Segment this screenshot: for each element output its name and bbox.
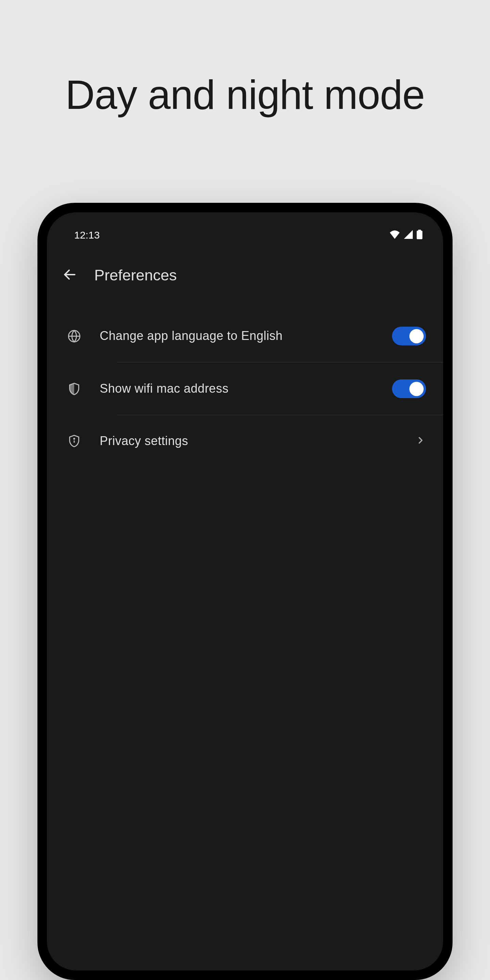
signal-icon: [404, 230, 413, 240]
toggle-mac[interactable]: [392, 379, 426, 398]
setting-label: Show wifi mac address: [100, 380, 373, 398]
setting-row-language[interactable]: Change app language to English: [47, 310, 443, 363]
shield-icon: [67, 382, 81, 396]
svg-point-6: [74, 438, 75, 439]
page-heading: Day and night mode: [65, 68, 425, 121]
back-arrow-icon[interactable]: [62, 267, 77, 283]
toggle-knob: [409, 329, 424, 343]
settings-list: Change app language to English Show wifi…: [47, 303, 443, 467]
shield-info-icon: [67, 434, 81, 448]
status-time: 12:13: [74, 229, 100, 241]
chevron-right-icon: [415, 435, 426, 447]
phone-frame: 12:13 Preferences: [37, 203, 453, 980]
app-bar: Preferences: [47, 248, 443, 303]
battery-icon: [417, 230, 423, 240]
toggle-knob: [409, 382, 424, 396]
globe-icon: [67, 329, 81, 343]
setting-row-mac[interactable]: Show wifi mac address: [47, 363, 443, 415]
app-title: Preferences: [94, 266, 177, 284]
setting-label: Privacy settings: [100, 432, 396, 450]
toggle-language[interactable]: [392, 327, 426, 345]
svg-rect-0: [417, 231, 423, 239]
setting-label: Change app language to English: [100, 327, 373, 345]
status-bar: 12:13: [47, 212, 443, 248]
svg-rect-1: [418, 230, 421, 231]
phone-screen: 12:13 Preferences: [47, 212, 443, 970]
setting-row-privacy[interactable]: Privacy settings: [47, 415, 443, 467]
status-icons: [389, 230, 423, 240]
wifi-icon: [389, 230, 400, 240]
